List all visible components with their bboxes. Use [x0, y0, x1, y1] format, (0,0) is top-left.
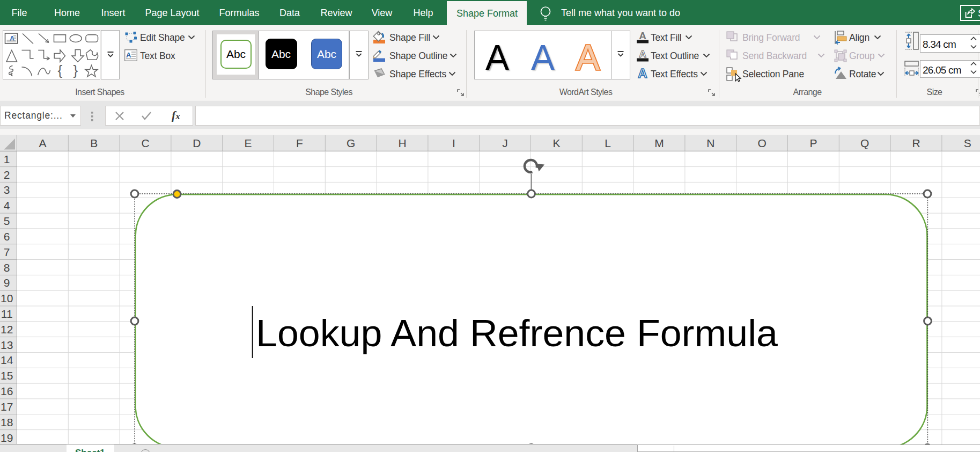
svg-text:11: 11: [1, 308, 13, 320]
svg-text:17: 17: [1, 400, 13, 413]
svg-text:A: A: [639, 48, 646, 60]
svg-text:15: 15: [1, 369, 13, 382]
svg-text:J: J: [502, 137, 508, 149]
svg-text:16: 16: [1, 385, 13, 397]
svg-text:1: 1: [4, 153, 10, 165]
svg-text:8: 8: [4, 261, 10, 274]
svg-text:O: O: [757, 137, 766, 149]
svg-text:14: 14: [1, 354, 13, 366]
svg-text:13: 13: [1, 339, 13, 351]
svg-text:12: 12: [1, 323, 13, 336]
svg-text:G: G: [347, 137, 355, 149]
svg-text:}: }: [73, 62, 78, 78]
svg-text:Q: Q: [860, 137, 869, 149]
svg-text:H: H: [398, 137, 406, 149]
svg-text:5: 5: [4, 215, 10, 227]
svg-text:2: 2: [4, 169, 10, 181]
svg-text:E: E: [245, 137, 252, 149]
svg-text:F: F: [296, 137, 303, 149]
svg-text:B: B: [90, 137, 98, 149]
svg-text:D: D: [193, 137, 201, 149]
svg-text:A: A: [531, 38, 555, 77]
svg-text:N: N: [706, 137, 714, 149]
svg-text:S: S: [964, 137, 971, 149]
svg-text:10: 10: [1, 292, 13, 304]
svg-text:I: I: [452, 137, 455, 149]
svg-text:6: 6: [4, 230, 10, 243]
svg-text:19: 19: [1, 432, 13, 444]
svg-text:A: A: [639, 30, 646, 41]
svg-text:K: K: [552, 137, 560, 149]
svg-text:A: A: [638, 66, 647, 81]
svg-text:A: A: [39, 137, 46, 149]
svg-text:A: A: [485, 38, 509, 77]
svg-text:3: 3: [4, 184, 10, 196]
svg-text:Lookup And Refrence Formula: Lookup And Refrence Formula: [256, 312, 778, 354]
svg-text:7: 7: [4, 246, 10, 258]
svg-text:M: M: [654, 137, 664, 149]
svg-text:P: P: [809, 137, 817, 149]
svg-text:A: A: [126, 51, 131, 59]
svg-text:R: R: [912, 137, 920, 149]
svg-text:A: A: [576, 38, 600, 77]
svg-text:4: 4: [4, 199, 10, 212]
svg-text:C: C: [141, 137, 149, 149]
svg-text:9: 9: [4, 276, 10, 289]
svg-text:L: L: [605, 137, 611, 149]
svg-text:{: {: [57, 62, 62, 78]
svg-text:18: 18: [1, 416, 13, 428]
